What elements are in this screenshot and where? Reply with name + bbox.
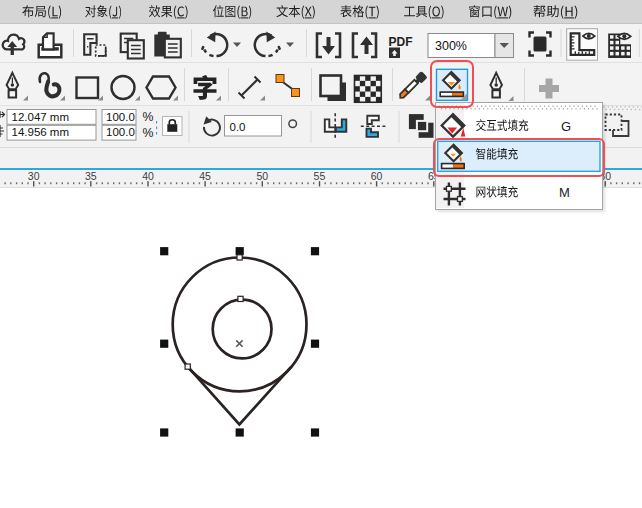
svg-text:G: G bbox=[561, 119, 571, 134]
svg-text:M: M bbox=[559, 185, 570, 200]
